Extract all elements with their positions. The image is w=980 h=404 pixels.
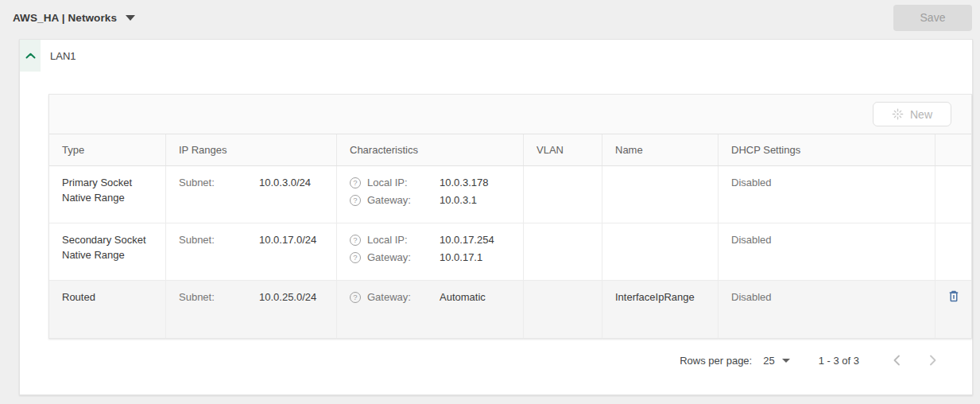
ip-range-label: Subnet: bbox=[179, 232, 259, 247]
column-header-characteristics: Characteristics bbox=[337, 134, 524, 165]
column-header-actions bbox=[935, 134, 971, 165]
next-page-button[interactable] bbox=[929, 355, 937, 366]
chevron-down-icon bbox=[126, 15, 135, 21]
ip-range-value: 10.0.17.0/24 bbox=[259, 232, 316, 247]
dhcp-status: Disabled bbox=[731, 289, 772, 305]
table-row[interactable]: Secondary Socket Native Range Subnet: 10… bbox=[49, 223, 971, 281]
rows-per-page-select[interactable]: 25 bbox=[763, 355, 789, 367]
help-icon: ? bbox=[350, 292, 361, 303]
characteristic-value: 10.0.3.178 bbox=[440, 175, 488, 190]
column-header-dhcp: DHCP Settings bbox=[719, 134, 935, 165]
page-title: AWS_HA | Networks bbox=[13, 12, 117, 24]
ip-range-value: 10.0.3.0/24 bbox=[259, 175, 311, 190]
help-icon: ? bbox=[350, 177, 361, 188]
ip-range-label: Subnet: bbox=[179, 175, 259, 190]
range-type: Primary Socket Native Range bbox=[62, 175, 151, 205]
top-bar: AWS_HA | Networks Save bbox=[0, 0, 980, 35]
characteristic-value: 10.0.17.1 bbox=[440, 250, 482, 265]
table-header-row: Type IP Ranges Characteristics VLAN Name… bbox=[49, 134, 971, 166]
help-icon: ? bbox=[350, 195, 361, 206]
table-row[interactable]: Primary Socket Native Range Subnet: 10.0… bbox=[49, 166, 971, 223]
section-title: LAN1 bbox=[50, 50, 76, 62]
new-sparkle-icon bbox=[892, 108, 904, 120]
vlan-cell bbox=[524, 166, 602, 223]
ranges-table: New Type IP Ranges Characteristics VLAN … bbox=[48, 94, 972, 339]
help-icon: ? bbox=[350, 235, 361, 246]
table-toolbar: New bbox=[49, 95, 971, 134]
chevron-left-icon bbox=[893, 355, 901, 366]
section-header: LAN1 bbox=[20, 40, 972, 72]
characteristic-label: Local IP: bbox=[367, 175, 433, 190]
actions-cell bbox=[935, 223, 971, 280]
ip-range-value: 10.0.25.0/24 bbox=[259, 289, 316, 305]
breadcrumb[interactable]: AWS_HA | Networks bbox=[13, 12, 135, 24]
characteristic-label: Gateway: bbox=[367, 289, 433, 305]
rows-per-page-value: 25 bbox=[763, 355, 774, 367]
name-cell: InterfaceIpRange bbox=[602, 281, 719, 338]
table-row[interactable]: Routed Subnet: 10.0.25.0/24 ? Gateway: A… bbox=[49, 281, 971, 338]
column-header-name: Name bbox=[602, 134, 719, 165]
ip-range-label: Subnet: bbox=[179, 289, 259, 305]
networks-panel: LAN1 New Type IP Ranges Characteristics … bbox=[19, 39, 973, 395]
characteristic-label: Local IP: bbox=[367, 232, 433, 247]
range-type: Secondary Socket Native Range bbox=[62, 232, 151, 262]
dhcp-status: Disabled bbox=[731, 175, 772, 190]
name-cell bbox=[602, 166, 719, 223]
characteristic-value: 10.0.3.1 bbox=[440, 192, 477, 208]
chevron-down-icon bbox=[782, 359, 790, 363]
chevron-right-icon bbox=[929, 355, 937, 366]
save-button[interactable]: Save bbox=[893, 5, 972, 31]
pagination-range: 1 - 3 of 3 bbox=[819, 355, 859, 367]
column-header-type: Type bbox=[49, 134, 166, 165]
collapse-section-button[interactable] bbox=[20, 40, 41, 72]
new-button-label: New bbox=[910, 108, 932, 121]
delete-range-button[interactable] bbox=[945, 287, 963, 305]
rows-per-page-label: Rows per page: bbox=[680, 355, 752, 367]
vlan-cell bbox=[524, 281, 602, 338]
chevron-up-icon bbox=[25, 52, 36, 59]
range-type: Routed bbox=[62, 289, 95, 305]
new-button[interactable]: New bbox=[873, 102, 951, 126]
actions-cell bbox=[935, 166, 971, 223]
name-cell bbox=[602, 223, 719, 280]
vlan-cell bbox=[524, 223, 602, 280]
previous-page-button[interactable] bbox=[893, 355, 901, 366]
column-header-ip-ranges: IP Ranges bbox=[166, 134, 337, 165]
column-header-vlan: VLAN bbox=[524, 134, 602, 165]
characteristic-value: 10.0.17.254 bbox=[440, 232, 494, 247]
characteristic-label: Gateway: bbox=[367, 192, 433, 208]
pagination-bar: Rows per page: 25 1 - 3 of 3 bbox=[48, 340, 972, 381]
characteristic-label: Gateway: bbox=[367, 250, 433, 265]
trash-icon bbox=[947, 289, 961, 304]
dhcp-status: Disabled bbox=[731, 232, 772, 247]
help-icon: ? bbox=[350, 252, 361, 263]
characteristic-value: Automatic bbox=[440, 289, 486, 305]
